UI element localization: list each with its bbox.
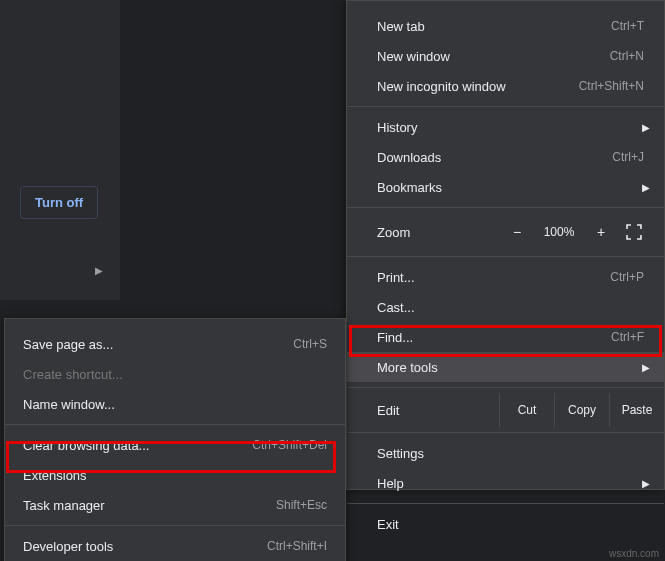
chrome-main-menu: New tab Ctrl+T New window Ctrl+N New inc… <box>346 0 665 490</box>
menu-separator <box>347 432 664 433</box>
menu-label: Extensions <box>23 468 327 483</box>
menu-item-history[interactable]: History ▶ <box>347 112 664 142</box>
menu-label: New tab <box>377 19 611 34</box>
shortcut-text: Ctrl+F <box>611 330 644 344</box>
turn-off-button[interactable]: Turn off <box>20 186 98 219</box>
menu-separator <box>347 106 664 107</box>
menu-label: Find... <box>377 330 611 345</box>
menu-label: Create shortcut... <box>23 367 327 382</box>
shortcut-text: Ctrl+N <box>610 49 644 63</box>
submenu-item-clear-browsing-data[interactable]: Clear browsing data... Ctrl+Shift+Del <box>5 430 345 460</box>
menu-label: More tools <box>377 360 644 375</box>
zoom-label: Zoom <box>377 225 500 240</box>
fullscreen-icon[interactable] <box>618 224 650 240</box>
submenu-arrow-icon: ▶ <box>642 182 650 193</box>
menu-item-new-tab[interactable]: New tab Ctrl+T <box>347 11 664 41</box>
menu-separator <box>347 256 664 257</box>
shortcut-text: Ctrl+T <box>611 19 644 33</box>
edit-label: Edit <box>377 403 499 418</box>
edit-copy-button[interactable]: Copy <box>554 393 609 427</box>
submenu-arrow-icon: ▶ <box>642 122 650 133</box>
submenu-item-name-window[interactable]: Name window... <box>5 389 345 419</box>
zoom-value: 100% <box>534 225 584 239</box>
zoom-out-button[interactable]: − <box>500 224 534 240</box>
menu-label: Exit <box>377 517 644 532</box>
shortcut-text: Ctrl+Shift+N <box>579 79 644 93</box>
shortcut-text: Ctrl+Shift+I <box>267 539 327 553</box>
shortcut-text: Shift+Esc <box>276 498 327 512</box>
expand-arrow-icon[interactable]: ▶ <box>95 265 103 276</box>
submenu-arrow-icon: ▶ <box>642 362 650 373</box>
menu-label: Task manager <box>23 498 276 513</box>
menu-label: Developer tools <box>23 539 267 554</box>
menu-item-help[interactable]: Help ▶ <box>347 468 664 498</box>
menu-label: Clear browsing data... <box>23 438 252 453</box>
menu-separator <box>347 387 664 388</box>
zoom-in-button[interactable]: + <box>584 224 618 240</box>
menu-label: Print... <box>377 270 610 285</box>
menu-label: New incognito window <box>377 79 579 94</box>
menu-item-more-tools[interactable]: More tools ▶ <box>347 352 664 382</box>
submenu-item-task-manager[interactable]: Task manager Shift+Esc <box>5 490 345 520</box>
menu-label: History <box>377 120 644 135</box>
edit-cut-button[interactable]: Cut <box>499 393 554 427</box>
edit-paste-button[interactable]: Paste <box>609 393 664 427</box>
menu-separator <box>347 503 664 504</box>
menu-item-cast[interactable]: Cast... <box>347 292 664 322</box>
menu-item-edit: Edit Cut Copy Paste <box>347 393 664 427</box>
menu-item-incognito[interactable]: New incognito window Ctrl+Shift+N <box>347 71 664 101</box>
menu-label: Name window... <box>23 397 327 412</box>
menu-separator <box>5 525 345 526</box>
shortcut-text: Ctrl+Shift+Del <box>252 438 327 452</box>
shortcut-text: Ctrl+S <box>293 337 327 351</box>
menu-separator <box>5 424 345 425</box>
menu-item-find[interactable]: Find... Ctrl+F <box>347 322 664 352</box>
watermark-text: wsxdn.com <box>609 548 659 559</box>
shortcut-text: Ctrl+P <box>610 270 644 284</box>
menu-label: New window <box>377 49 610 64</box>
submenu-arrow-icon: ▶ <box>642 478 650 489</box>
shortcut-text: Ctrl+J <box>612 150 644 164</box>
menu-label: Help <box>377 476 644 491</box>
menu-item-print[interactable]: Print... Ctrl+P <box>347 262 664 292</box>
submenu-item-create-shortcut: Create shortcut... <box>5 359 345 389</box>
submenu-item-developer-tools[interactable]: Developer tools Ctrl+Shift+I <box>5 531 345 561</box>
menu-item-new-window[interactable]: New window Ctrl+N <box>347 41 664 71</box>
more-tools-submenu: Save page as... Ctrl+S Create shortcut..… <box>4 318 346 561</box>
menu-item-downloads[interactable]: Downloads Ctrl+J <box>347 142 664 172</box>
menu-label: Save page as... <box>23 337 293 352</box>
menu-item-exit[interactable]: Exit <box>347 509 664 539</box>
menu-label: Cast... <box>377 300 644 315</box>
menu-item-bookmarks[interactable]: Bookmarks ▶ <box>347 172 664 202</box>
menu-item-zoom: Zoom − 100% + <box>347 213 664 251</box>
menu-label: Downloads <box>377 150 612 165</box>
background-panel <box>0 0 120 300</box>
menu-item-settings[interactable]: Settings <box>347 438 664 468</box>
menu-separator <box>347 207 664 208</box>
menu-label: Bookmarks <box>377 180 644 195</box>
menu-label: Settings <box>377 446 644 461</box>
submenu-item-save-page[interactable]: Save page as... Ctrl+S <box>5 329 345 359</box>
submenu-item-extensions[interactable]: Extensions <box>5 460 345 490</box>
